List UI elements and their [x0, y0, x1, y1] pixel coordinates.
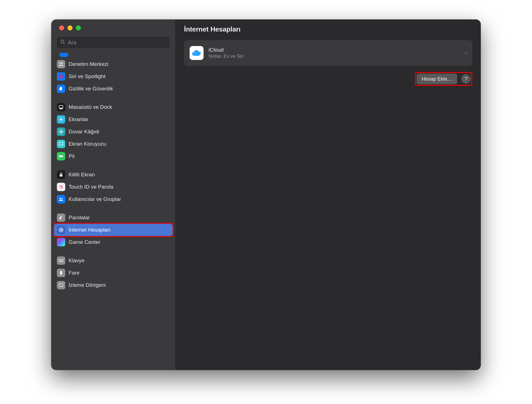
sidebar-item-label: Pil — [69, 153, 74, 159]
sidebar-item-label: İzleme Dörtgeni — [69, 282, 106, 288]
dock-icon — [57, 103, 65, 111]
siri-icon — [57, 72, 65, 81]
flower-icon — [57, 128, 65, 136]
sidebar-item-label: Masaüstü ve Dock — [69, 104, 112, 110]
sidebar-item-keyboard[interactable]: Klavye — [54, 254, 173, 267]
sidebar-item-control-center[interactable]: Denetim Merkezi — [54, 58, 173, 70]
sidebar-item-privacy[interactable]: Gizlilik ve Güvenlik — [54, 83, 173, 95]
group-divider — [54, 95, 173, 101]
at-icon — [57, 226, 65, 234]
search-field[interactable] — [56, 36, 170, 49]
keyboard-icon — [57, 256, 65, 265]
gamecenter-icon — [57, 238, 65, 246]
search-icon — [60, 39, 66, 46]
account-text: iCloud Notlar, Ev ve Siri — [209, 47, 460, 59]
annotation-highlight-sidebar: İnternet Hesapları — [53, 223, 174, 237]
key-icon — [57, 213, 65, 222]
svg-point-21 — [62, 131, 63, 133]
svg-rect-33 — [60, 260, 60, 261]
close-button[interactable] — [59, 25, 64, 30]
sidebar-item-battery[interactable]: Pil — [54, 150, 173, 162]
svg-rect-6 — [59, 105, 63, 108]
sidebar-item-label: Duvar Kâğıdı — [69, 129, 100, 135]
sidebar-item-label: Denetim Merkezi — [69, 61, 108, 67]
generic-icon — [60, 53, 68, 57]
svg-rect-34 — [61, 260, 61, 261]
sidebar-item-siri[interactable]: Siri ve Spotlight — [54, 70, 173, 83]
sun-icon — [57, 115, 65, 124]
sidebar-item-label: Fare — [69, 270, 79, 276]
window-controls — [51, 20, 175, 36]
search-container — [51, 36, 175, 51]
sidebar-item-partial[interactable] — [57, 53, 170, 57]
svg-rect-37 — [60, 271, 62, 275]
group-divider — [54, 162, 173, 169]
svg-rect-24 — [63, 156, 64, 157]
fingerprint-icon — [57, 183, 65, 191]
sidebar-item-label: Game Center — [69, 239, 100, 245]
users-icon — [57, 195, 65, 203]
svg-point-0 — [61, 40, 64, 43]
sidebar-item-internet-accounts[interactable]: İnternet Hesapları — [54, 224, 173, 236]
svg-rect-38 — [59, 284, 63, 287]
sidebar-item-mouse[interactable]: Fare — [54, 267, 173, 279]
sidebar-item-displays[interactable]: Ekranlar — [54, 113, 173, 126]
trackpad-icon — [57, 281, 65, 289]
svg-point-20 — [59, 131, 60, 133]
actions-row: Hesap Ekle… ? — [184, 72, 472, 86]
sidebar-item-passwords[interactable]: Parolalar — [54, 211, 173, 224]
group-divider — [54, 205, 173, 211]
help-button[interactable]: ? — [461, 74, 471, 84]
svg-rect-23 — [59, 155, 63, 157]
sidebar-item-game-center[interactable]: Game Center — [54, 236, 173, 248]
search-input[interactable] — [68, 39, 167, 46]
sidebar-item-trackpad[interactable]: İzleme Dörtgeni — [54, 279, 173, 291]
svg-point-19 — [61, 133, 62, 134]
sidebar-item-wallpaper[interactable]: Duvar Kâğıdı — [54, 126, 173, 138]
icloud-icon — [190, 46, 204, 60]
lock-icon — [57, 170, 65, 179]
svg-rect-35 — [62, 260, 62, 261]
minimize-button[interactable] — [67, 25, 72, 30]
sidebar-item-desktop-dock[interactable]: Masaüstü ve Dock — [54, 101, 173, 113]
svg-line-1 — [64, 43, 65, 44]
svg-point-27 — [61, 198, 62, 199]
add-account-button[interactable]: Hesap Ekle… — [417, 74, 457, 84]
sidebar-item-label: Gizlilik ve Güvenlik — [69, 86, 113, 92]
svg-point-17 — [61, 131, 62, 133]
account-title: iCloud — [209, 47, 460, 53]
sidebar-item-touchid[interactable]: Touch ID ve Parola — [54, 181, 173, 193]
svg-line-14 — [62, 121, 63, 121]
svg-point-26 — [60, 198, 61, 199]
sidebar-list[interactable]: Denetim Merkezi Siri ve Spotlight Gizlil… — [51, 51, 175, 370]
svg-line-13 — [59, 118, 60, 118]
svg-point-18 — [61, 129, 62, 131]
sidebar-item-screensaver[interactable]: Ekran Koruyucu — [54, 138, 173, 150]
svg-line-15 — [59, 121, 60, 121]
sidebar-item-label: Touch ID ve Parola — [69, 184, 113, 190]
sidebar-item-lock-screen[interactable]: Kilitli Ekran — [54, 169, 173, 181]
hand-icon — [57, 85, 65, 93]
sidebar-item-label: Kullanıcılar ve Gruplar — [69, 196, 121, 202]
sliders-icon — [57, 60, 65, 68]
sidebar-item-label: Kilitli Ekran — [69, 172, 95, 178]
svg-rect-25 — [60, 174, 62, 177]
group-divider — [54, 248, 173, 254]
sidebar-item-label: İnternet Hesapları — [69, 227, 111, 233]
sidebar-item-label: Siri ve Spotlight — [69, 73, 105, 80]
main-content: İnternet Hesapları iCloud Notlar, Ev ve … — [176, 20, 481, 370]
svg-rect-30 — [61, 216, 62, 217]
svg-point-8 — [60, 119, 62, 121]
chevron-right-icon: › — [465, 49, 467, 57]
maximize-button[interactable] — [76, 25, 81, 30]
svg-point-5 — [61, 65, 63, 66]
svg-rect-29 — [61, 216, 61, 218]
battery-icon — [57, 152, 65, 160]
sidebar-item-users-groups[interactable]: Kullanıcılar ve Gruplar — [54, 193, 173, 205]
account-row-icloud[interactable]: iCloud Notlar, Ev ve Siri › — [184, 40, 472, 66]
page-title: İnternet Hesapları — [184, 25, 241, 33]
sidebar-item-label: Parolalar — [69, 215, 90, 221]
svg-line-16 — [62, 118, 63, 118]
mouse-icon — [57, 269, 65, 277]
sidebar-item-label: Klavye — [69, 258, 84, 264]
